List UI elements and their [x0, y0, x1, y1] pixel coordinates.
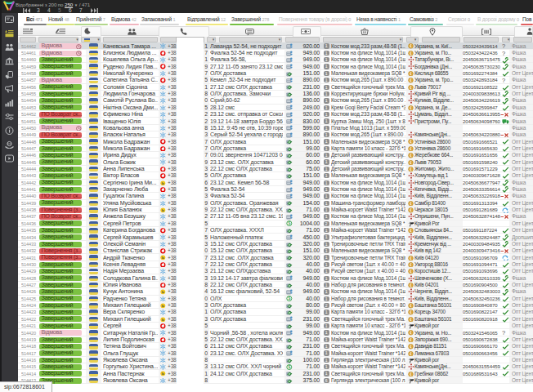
svg-text:$: $	[288, 364, 290, 369]
svg-text:lc: lc	[162, 318, 164, 321]
svg-text:lc: lc	[162, 209, 164, 212]
svg-text:$: $	[288, 221, 290, 226]
svg-text:$: $	[288, 296, 290, 301]
svg-text:lc: lc	[162, 256, 164, 260]
svg-text:lc: lc	[162, 181, 164, 185]
svg-text:lc: lc	[162, 305, 164, 308]
svg-text:lc: lc	[162, 291, 164, 294]
svg-text:lc: lc	[162, 372, 164, 376]
